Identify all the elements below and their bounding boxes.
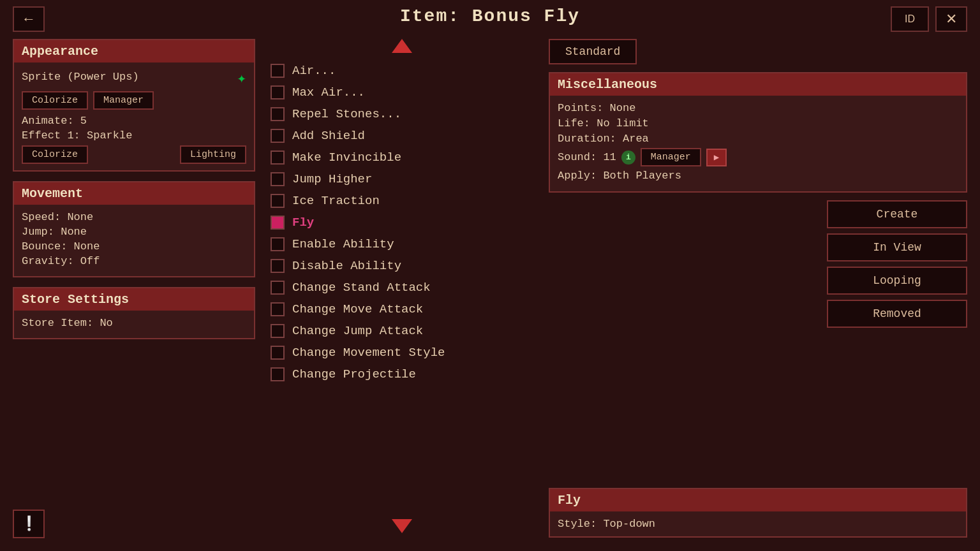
standard-button[interactable]: Standard <box>549 39 637 64</box>
checkbox-ice-traction[interactable] <box>271 194 285 208</box>
list-label-repel-stones: Repel Stones... <box>292 107 401 121</box>
checkbox-change-jump-attack[interactable] <box>271 324 285 338</box>
points-label: Points: None <box>558 102 635 114</box>
list-item-change-movement-style[interactable]: Change Movement Style <box>268 342 536 364</box>
checkbox-change-move-attack[interactable] <box>271 302 285 316</box>
list-label-ice-traction: Ice Traction <box>292 194 380 208</box>
list-item-repel-stones[interactable]: Repel Stones... <box>268 103 536 125</box>
list-label-change-jump-attack: Change Jump Attack <box>292 324 423 338</box>
info-icon: i <box>621 151 635 165</box>
bounce-label: Bounce: None <box>22 240 246 253</box>
life-row: Life: No limit <box>558 117 958 129</box>
list-label-change-stand-attack: Change Stand Attack <box>292 281 431 295</box>
appearance-panel: Appearance Sprite (Power Ups) ✦ Colorize… <box>13 39 255 172</box>
movement-panel: Movement Speed: None Jump: None Bounce: … <box>13 181 255 277</box>
fly-header: Fly <box>550 489 966 511</box>
apply-label: Apply: Both Players <box>558 170 681 182</box>
checkbox-air[interactable] <box>271 64 285 78</box>
store-settings-panel: Store Settings Store Item: No <box>13 287 255 339</box>
sound-label: Sound: 11 <box>558 151 616 163</box>
left-column: Appearance Sprite (Power Ups) ✦ Colorize… <box>13 39 255 538</box>
checkbox-repel-stones[interactable] <box>271 107 285 121</box>
list-item-add-shield[interactable]: Add Shield <box>268 125 536 147</box>
list-item-disable-ability[interactable]: Disable Ability <box>268 255 536 277</box>
manager-button[interactable]: Manager <box>93 91 154 110</box>
sprite-label: Sprite (Power Ups) <box>22 71 139 83</box>
fly-body: Style: Top-down <box>550 511 966 536</box>
apply-row: Apply: Both Players <box>558 170 958 182</box>
life-label: Life: No limit <box>558 117 649 129</box>
in-view-button[interactable]: In View <box>827 233 967 261</box>
checkbox-change-stand-attack[interactable] <box>271 281 285 295</box>
main-layout: Appearance Sprite (Power Ups) ✦ Colorize… <box>0 33 980 544</box>
checkbox-add-shield[interactable] <box>271 129 285 143</box>
jump-label: Jump: None <box>22 226 246 238</box>
list-label-disable-ability: Disable Ability <box>292 259 401 273</box>
page-title: Item: Bonus Fly <box>400 6 580 26</box>
appearance-bottom-buttons: Colorize Lighting <box>22 145 246 164</box>
right-column: Standard Miscellaneous Points: None Life… <box>549 39 967 538</box>
checkbox-change-movement-style[interactable] <box>271 346 285 360</box>
play-button[interactable]: ▶ <box>706 149 727 166</box>
gravity-label: Gravity: Off <box>22 255 246 267</box>
appearance-sprite-row: Sprite (Power Ups) ✦ <box>22 69 246 87</box>
lighting-button[interactable]: Lighting <box>180 145 246 164</box>
fly-style-label: Style: Top-down <box>558 518 958 530</box>
list-label-add-shield: Add Shield <box>292 129 365 143</box>
appearance-header: Appearance <box>14 40 254 62</box>
appearance-body: Sprite (Power Ups) ✦ Colorize Manager An… <box>14 62 254 170</box>
list-label-change-projectile: Change Projectile <box>292 367 416 381</box>
speed-label: Speed: None <box>22 211 246 223</box>
duration-label: Duration: Area <box>558 133 649 145</box>
animate-label: Animate: 5 <box>22 115 246 127</box>
close-button[interactable]: ✕ <box>935 6 967 32</box>
list-label-fly: Fly <box>292 216 314 230</box>
appearance-buttons: Colorize Manager <box>22 91 246 110</box>
scroll-up-button[interactable] <box>268 39 536 57</box>
removed-button[interactable]: Removed <box>827 300 967 328</box>
colorize2-button[interactable]: Colorize <box>22 145 88 164</box>
checkbox-make-invincible[interactable] <box>271 151 285 165</box>
effects-list: Air...Max Air...Repel Stones...Add Shiel… <box>268 60 536 517</box>
sound-manager-button[interactable]: Manager <box>641 148 701 166</box>
checkbox-change-projectile[interactable] <box>271 367 285 381</box>
store-settings-header: Store Settings <box>14 288 254 311</box>
misc-header: Miscellaneous <box>550 73 966 96</box>
list-item-jump-higher[interactable]: Jump Higher <box>268 168 536 190</box>
movement-body: Speed: None Jump: None Bounce: None Grav… <box>14 205 254 276</box>
list-item-air[interactable]: Air... <box>268 60 536 82</box>
list-label-air: Air... <box>292 64 336 78</box>
colorize-button[interactable]: Colorize <box>22 91 88 110</box>
list-label-change-move-attack: Change Move Attack <box>292 302 423 316</box>
id-button[interactable]: ID <box>891 6 929 32</box>
star-icon: ✦ <box>237 69 246 87</box>
checkbox-disable-ability[interactable] <box>271 259 285 273</box>
list-item-change-jump-attack[interactable]: Change Jump Attack <box>268 320 536 342</box>
list-item-make-invincible[interactable]: Make Invincible <box>268 147 536 168</box>
miscellaneous-panel: Miscellaneous Points: None Life: No limi… <box>549 72 967 193</box>
checkbox-fly[interactable] <box>271 216 285 230</box>
list-item-change-stand-attack[interactable]: Change Stand Attack <box>268 277 536 298</box>
points-row: Points: None <box>558 102 958 114</box>
create-button[interactable]: Create <box>827 200 967 228</box>
down-arrow-icon <box>392 519 412 533</box>
scroll-down-button[interactable] <box>268 519 536 538</box>
sound-row: Sound: 11 i Manager ▶ <box>558 148 958 166</box>
back-button[interactable]: ← <box>13 6 45 32</box>
looping-button[interactable]: Looping <box>827 267 967 295</box>
misc-body: Points: None Life: No limit Duration: Ar… <box>550 96 966 191</box>
list-item-ice-traction[interactable]: Ice Traction <box>268 190 536 212</box>
list-item-max-air[interactable]: Max Air... <box>268 82 536 103</box>
checkbox-jump-higher[interactable] <box>271 172 285 186</box>
movement-header: Movement <box>14 182 254 205</box>
list-item-enable-ability[interactable]: Enable Ability <box>268 233 536 255</box>
checkbox-max-air[interactable] <box>271 85 285 99</box>
duration-row: Duration: Area <box>558 133 958 145</box>
list-item-fly[interactable]: Fly <box>268 212 536 233</box>
list-item-change-projectile[interactable]: Change Projectile <box>268 364 536 385</box>
store-settings-body: Store Item: No <box>14 311 254 338</box>
checkbox-enable-ability[interactable] <box>271 237 285 251</box>
list-item-change-move-attack[interactable]: Change Move Attack <box>268 298 536 320</box>
notification-badge[interactable]: ❕ <box>13 510 45 538</box>
middle-column: Air...Max Air...Repel Stones...Add Shiel… <box>268 39 536 538</box>
